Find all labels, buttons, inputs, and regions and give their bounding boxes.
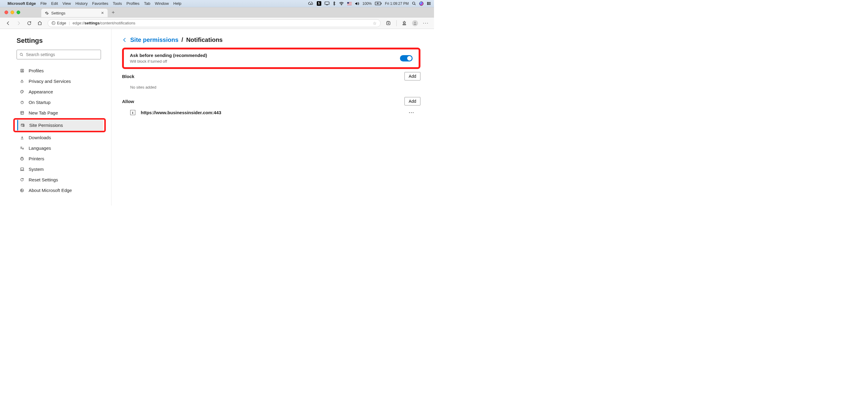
input-source-flag-icon[interactable]: [347, 2, 352, 5]
language-icon: [19, 146, 25, 150]
more-menu-button[interactable]: ···: [423, 21, 429, 26]
shield-badge-icon[interactable]: 5: [317, 1, 321, 6]
tab-title: Settings: [51, 11, 65, 15]
breadcrumb-separator: /: [181, 36, 183, 43]
screen-mirror-icon[interactable]: [324, 1, 330, 5]
window-controls: [4, 10, 20, 14]
browser-tab[interactable]: Settings ✕: [41, 9, 107, 17]
settings-nav: Profiles Privacy and Services Appearance…: [17, 65, 111, 195]
svg-point-18: [22, 91, 23, 92]
sidebar-item-profiles[interactable]: Profiles: [17, 65, 104, 76]
breadcrumb: Site permissions / Notifications: [122, 36, 421, 43]
menu-history[interactable]: History: [75, 1, 87, 6]
menu-edit[interactable]: Edit: [51, 1, 58, 6]
menu-view[interactable]: View: [62, 1, 71, 6]
window-minimize-button[interactable]: [10, 10, 14, 14]
address-separator: |: [69, 21, 70, 25]
sidebar-item-system[interactable]: System: [17, 164, 104, 175]
grid-icon: [19, 111, 25, 115]
menu-app-name[interactable]: Microsoft Edge: [7, 1, 36, 6]
sidebar-item-languages[interactable]: Languages: [17, 143, 104, 153]
sidebar-item-label: Printers: [29, 156, 44, 161]
sidebar-item-about[interactable]: About Microsoft Edge: [17, 185, 104, 195]
refresh-button[interactable]: [27, 21, 32, 26]
laptop-icon: [19, 167, 25, 171]
url-text: edge://settings/content/notifications: [73, 21, 135, 25]
sidebar-item-label: System: [29, 167, 44, 172]
window-close-button[interactable]: [4, 10, 8, 14]
tab-strip: Settings ✕ ＋: [0, 7, 434, 18]
allow-site-row: I https://www.businessinsider.com:443 ··…: [130, 110, 421, 115]
svg-point-6: [427, 2, 428, 3]
toolbar-divider: [396, 20, 397, 26]
sidebar-item-on-startup[interactable]: On Startup: [17, 97, 104, 107]
bluetooth-icon[interactable]: [333, 1, 336, 6]
control-center-icon[interactable]: [427, 2, 431, 5]
site-identity-chip[interactable]: Edge: [52, 21, 66, 25]
sidebar-item-privacy[interactable]: Privacy and Services: [17, 76, 104, 87]
sidebar-item-label: Privacy and Services: [29, 78, 71, 84]
svg-rect-15: [21, 81, 23, 83]
breadcrumb-current: Notifications: [186, 36, 223, 43]
window-zoom-button[interactable]: [17, 10, 20, 14]
reset-icon: [19, 178, 25, 182]
sidebar-item-label: About Microsoft Edge: [29, 188, 72, 193]
sidebar-item-downloads[interactable]: Downloads: [17, 132, 104, 143]
sidebar-item-label: Reset Settings: [29, 177, 58, 182]
svg-point-11: [414, 22, 416, 23]
sidebar-item-reset[interactable]: Reset Settings: [17, 175, 104, 185]
cloud-sync-icon[interactable]: [308, 2, 313, 5]
breadcrumb-back-button[interactable]: [122, 37, 127, 42]
menu-tab[interactable]: Tab: [144, 1, 150, 6]
nav-forward-button[interactable]: [16, 21, 22, 26]
allow-add-button[interactable]: Add: [404, 97, 421, 105]
new-tab-button[interactable]: ＋: [110, 9, 117, 16]
breadcrumb-link-site-permissions[interactable]: Site permissions: [130, 36, 179, 43]
siri-icon[interactable]: [419, 1, 424, 6]
lock-icon: [19, 79, 25, 83]
sidebar-item-label: Appearance: [29, 89, 53, 94]
search-settings-field[interactable]: [17, 50, 101, 59]
address-bar[interactable]: Edge | edge://settings/content/notificat…: [48, 19, 381, 27]
sidebar-item-new-tab-page[interactable]: New Tab Page: [17, 107, 104, 118]
highlight-box-sidebar: Site Permissions: [13, 118, 106, 132]
sidebar-item-label: Downloads: [29, 135, 51, 140]
settings-main-panel: Site permissions / Notifications Ask bef…: [112, 29, 434, 205]
spotlight-icon[interactable]: [412, 1, 416, 5]
menu-window[interactable]: Window: [155, 1, 169, 6]
menu-profiles[interactable]: Profiles: [127, 1, 140, 6]
sidebar-item-site-permissions[interactable]: Site Permissions: [17, 120, 103, 130]
menu-file[interactable]: File: [40, 1, 47, 6]
sidebar-item-label: On Startup: [29, 100, 51, 105]
block-add-button[interactable]: Add: [404, 72, 421, 81]
block-heading: Block: [122, 74, 134, 79]
menu-tools[interactable]: Tools: [113, 1, 122, 6]
favorite-star-icon[interactable]: ☆: [373, 21, 377, 26]
menu-favorites[interactable]: Favorites: [92, 1, 108, 6]
nav-back-button[interactable]: [5, 21, 11, 26]
allow-section: Allow Add I https://www.businessinsider.…: [122, 97, 421, 115]
site-favicon-placeholder: I: [130, 110, 135, 115]
search-icon: [20, 53, 24, 57]
sidebar-item-printers[interactable]: Printers: [17, 153, 104, 164]
sidebar-item-appearance[interactable]: Appearance: [17, 87, 104, 97]
ask-before-sending-toggle[interactable]: [400, 55, 412, 61]
allow-heading: Allow: [122, 99, 134, 104]
allow-site-more-button[interactable]: ···: [409, 110, 421, 115]
tab-close-button[interactable]: ✕: [101, 11, 104, 15]
favorites-list-button[interactable]: [401, 21, 407, 26]
search-settings-input[interactable]: [26, 52, 98, 57]
svg-point-8: [427, 4, 428, 5]
wifi-icon[interactable]: [339, 2, 344, 5]
home-button[interactable]: [37, 21, 42, 26]
menubar-clock[interactable]: Fri 1:09:27 PM: [385, 1, 409, 6]
svg-rect-23: [21, 168, 24, 170]
collections-button[interactable]: [386, 21, 391, 26]
profile-avatar-button[interactable]: [412, 20, 418, 26]
block-section: Block Add No sites added: [122, 72, 421, 90]
menu-help[interactable]: Help: [173, 1, 181, 6]
volume-icon[interactable]: [355, 2, 359, 5]
highlight-box-ask-setting: Ask before sending (recommended) Will bl…: [122, 48, 421, 69]
svg-point-5: [412, 2, 415, 4]
battery-icon[interactable]: [375, 2, 381, 5]
